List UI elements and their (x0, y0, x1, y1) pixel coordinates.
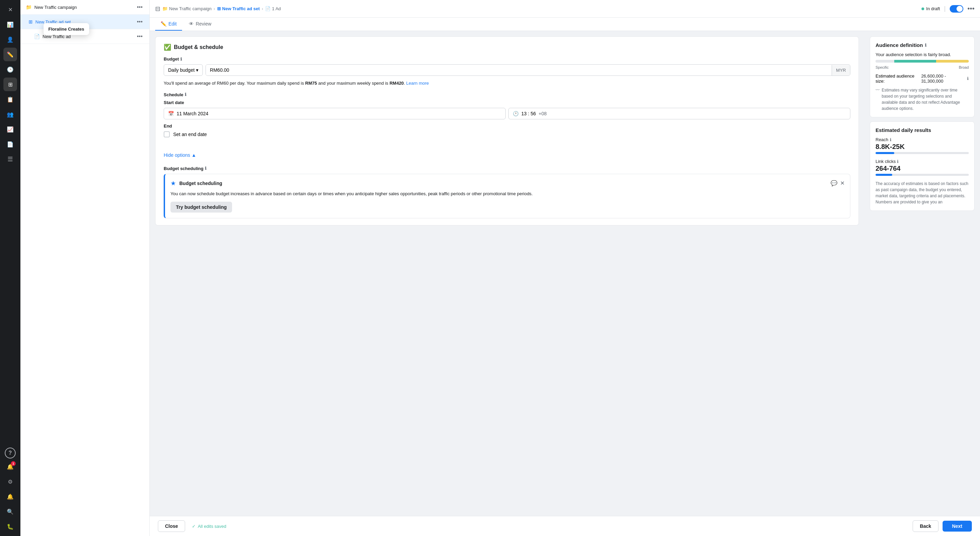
hide-options-link[interactable]: Hide options ▲ (164, 150, 850, 160)
budget-type-chevron: ▾ (196, 67, 198, 73)
calendar-icon: 📅 (168, 111, 174, 116)
reach-value: 8.8K-25K (875, 143, 969, 151)
tooltip-text: Floraline Creates (48, 27, 84, 32)
budget-desc-text-2: and your maximum weekly spend is (317, 81, 390, 86)
sidebar-icon-reports[interactable]: 📄 (3, 137, 17, 151)
tab-review[interactable]: 👁 Review (183, 18, 217, 31)
sidebar-icon-grid[interactable]: ⊞ (3, 78, 17, 91)
budget-desc-text-1: You'll spend an average of RM60 per day.… (164, 81, 305, 86)
budget-info-icon[interactable]: ℹ (180, 57, 182, 62)
promo-description: You can now schedule budget increases in… (170, 190, 845, 197)
sidebar-icon-charts[interactable]: 📊 (3, 18, 17, 31)
end-row: Set an end date (164, 131, 850, 137)
sidebar-icon-menu[interactable]: ☰ (3, 152, 17, 166)
budget-learn-more-link[interactable]: Learn more (406, 81, 429, 86)
campaign-more-button[interactable]: ••• (135, 3, 144, 11)
start-date-value: 11 March 2024 (177, 111, 208, 116)
breadcrumb-campaign[interactable]: 📁 New Traffic campaign (162, 6, 212, 11)
audience-title-text: Audience definition (875, 42, 923, 48)
breadcrumb-adset[interactable]: ⊞ New Traffic ad set (217, 6, 260, 11)
budget-type-select[interactable]: Daily budget ▾ (164, 64, 203, 76)
reach-info-icon[interactable]: ℹ (890, 137, 891, 142)
sidebar-icon-data[interactable]: 📈 (3, 122, 17, 136)
topbar-more-button[interactable]: ••• (967, 5, 975, 13)
campaign-tree-item-campaign[interactable]: 📁 New Traffic campaign ••• (21, 0, 150, 14)
start-date-label: Start date (164, 100, 850, 105)
edit-pencil-icon: ✏️ (161, 21, 166, 27)
try-budget-scheduling-button[interactable]: Try budget scheduling (170, 202, 232, 212)
close-panel-button[interactable]: ✕ (3, 3, 17, 16)
budget-amount-input[interactable] (206, 65, 832, 76)
budget-desc-text-3: . (404, 81, 406, 86)
audience-labels: Specific Broad (875, 65, 969, 70)
campaign-label: New Traffic campaign (34, 5, 133, 10)
tooltip-popup: Floraline Creates (43, 23, 89, 35)
link-clicks-bar (875, 174, 969, 176)
sidebar-icon-history[interactable]: 🕒 (3, 63, 17, 76)
edit-review-tabs: ✏️ Edit 👁 Review (150, 18, 980, 31)
budget-row: Daily budget ▾ MYR (164, 64, 850, 76)
ad-more-button[interactable]: ••• (135, 33, 144, 40)
audience-info-icon[interactable]: ℹ (925, 43, 927, 48)
save-indicator: ✓ All edits saved (192, 524, 226, 529)
hide-options-label: Hide options (164, 152, 190, 158)
audience-size-row: Estimated audience size: 26,600,000 - 31… (875, 73, 969, 84)
sidebar-toggle-button[interactable]: ⊟ (155, 5, 160, 13)
audience-bar-gradient (875, 60, 969, 63)
topbar-divider: | (944, 5, 946, 12)
link-clicks-bar-fill (875, 174, 892, 176)
campaign-panel: Floraline Creates 📁 New Traffic campaign… (21, 0, 150, 536)
sidebar-icon-pages[interactable]: 📋 (3, 92, 17, 106)
save-label: All edits saved (198, 524, 226, 529)
draft-dot-icon (921, 8, 924, 10)
end-date-checkbox[interactable] (164, 131, 170, 137)
sidebar-icon-profile[interactable]: 👤 (3, 33, 17, 46)
budget-scheduling-label: Budget scheduling ℹ (164, 166, 850, 171)
next-button[interactable]: Next (943, 521, 972, 531)
sidebar-icon-search[interactable]: 🔍 (3, 505, 17, 518)
sidebar-icon-settings[interactable]: ⚙ (3, 475, 17, 488)
audience-subtitle: Your audience selection is fairly broad. (875, 52, 969, 57)
breadcrumb-campaign-icon: 📁 (162, 6, 168, 11)
breadcrumb-ad[interactable]: 📄 1 Ad (265, 6, 281, 11)
draft-toggle[interactable] (950, 5, 963, 13)
promo-comment-button[interactable]: 💬 (830, 180, 837, 186)
link-clicks-label-text: Link clicks (875, 159, 896, 164)
form-panel: ✅ Budget & schedule Budget ℹ Daily budge… (150, 31, 864, 516)
start-date-picker[interactable]: 📅 11 March 2024 (164, 108, 506, 119)
close-bottom-button[interactable]: Close (158, 520, 185, 532)
breadcrumb-adset-label: New Traffic ad set (222, 6, 260, 11)
breadcrumb-campaign-label: New Traffic campaign (169, 6, 212, 11)
section-title-text: Budget & schedule (174, 44, 223, 50)
sidebar-icon-audience[interactable]: 👥 (3, 108, 17, 121)
sidebar-icon-bug[interactable]: 🐛 (3, 520, 17, 533)
topbar-right: In draft | ••• (921, 5, 975, 13)
audience-size-info-icon[interactable]: ℹ (967, 76, 969, 81)
results-title: Estimated daily results (875, 127, 969, 133)
link-clicks-label: Link clicks ℹ (875, 159, 969, 164)
link-clicks-info-icon[interactable]: ℹ (897, 159, 899, 164)
tab-edit[interactable]: ✏️ Edit (155, 18, 182, 31)
breadcrumb-sep-1: › (214, 6, 215, 11)
budget-scheduling-info-icon[interactable]: ℹ (205, 166, 207, 171)
start-time-picker[interactable]: 🕐 13 : 56 +08 (508, 108, 850, 119)
audience-broad-label: Broad (959, 65, 969, 70)
sidebar-icon-edit[interactable]: ✏️ (3, 48, 17, 61)
tab-edit-label: Edit (169, 21, 177, 27)
chevron-up-icon: ▲ (192, 152, 196, 158)
sidebar-icon-help[interactable]: ? (5, 447, 16, 458)
schedule-info-icon[interactable]: ℹ (185, 92, 186, 97)
promo-actions: 💬 ✕ (830, 180, 845, 186)
adset-more-button[interactable]: ••• (135, 18, 144, 25)
reach-metric: Reach ℹ 8.8K-25K (875, 137, 969, 154)
start-time-value: 13 : 56 (521, 111, 536, 116)
reach-label: Reach ℹ (875, 137, 969, 142)
sidebar-icon-notifications[interactable]: 🔔 1 (3, 460, 17, 473)
ad-icon: 📄 (34, 34, 40, 39)
promo-close-button[interactable]: ✕ (840, 180, 845, 186)
bottom-bar: Close ✓ All edits saved Back Next (150, 516, 980, 536)
sidebar-icon-bell[interactable]: 🔔 (3, 490, 17, 503)
end-date-checkbox-label: Set an end date (173, 132, 207, 137)
breadcrumb-ad-label: 1 Ad (272, 6, 281, 11)
back-button[interactable]: Back (913, 520, 938, 532)
